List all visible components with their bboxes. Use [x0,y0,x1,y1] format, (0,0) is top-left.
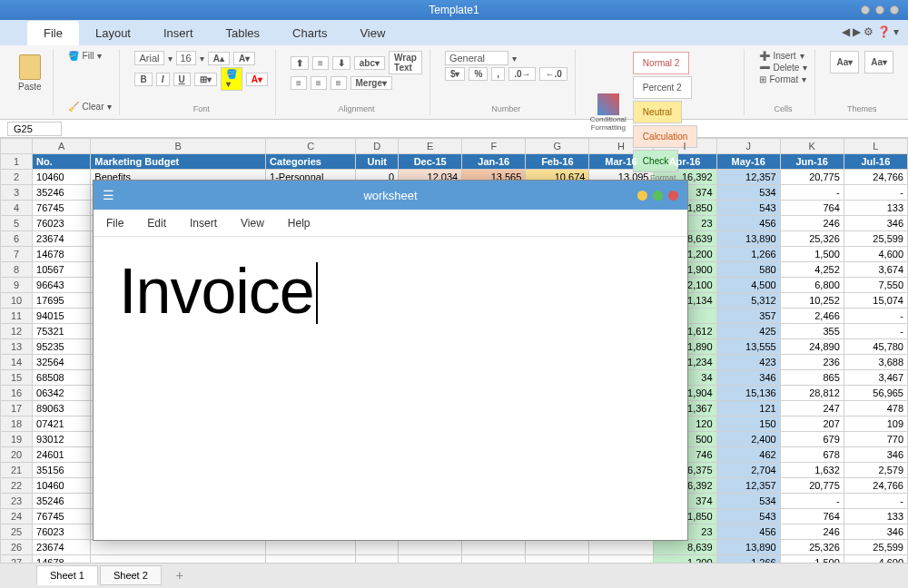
style-neutral[interactable]: Neutral [633,101,682,123]
dec-decimal-button[interactable]: ←.0 [539,67,567,81]
cell[interactable]: 25,599 [844,231,907,247]
cell[interactable]: 2,400 [716,432,780,447]
cell[interactable]: 96643 [33,278,91,293]
cell[interactable]: - [844,494,907,509]
cell[interactable] [266,555,356,564]
cell[interactable]: 25,599 [844,540,907,555]
ws-menu-view[interactable]: View [241,217,264,230]
cell[interactable]: 2,466 [780,309,844,324]
cell[interactable]: 95235 [33,339,91,355]
cell[interactable]: 580 [716,262,780,278]
wrap-text-button[interactable]: Wrap Text [389,51,422,74]
cell[interactable]: 35156 [33,463,91,478]
cell[interactable]: 4,500 [716,278,780,293]
cell[interactable]: 456 [716,216,780,231]
italic-button[interactable]: I [156,73,170,86]
cell[interactable]: 865 [780,370,844,386]
cell[interactable]: 12,357 [716,478,780,494]
cell[interactable]: 45,780 [844,339,907,355]
bold-button[interactable]: B [134,73,152,86]
cell[interactable]: 35246 [33,494,91,509]
cell[interactable] [589,540,653,555]
cell[interactable]: 534 [716,494,780,509]
cell[interactable]: - [780,494,844,509]
cell[interactable]: 543 [716,201,780,216]
cell[interactable]: 4,600 [844,247,907,262]
cell[interactable]: 2,579 [844,463,907,478]
align-right-button[interactable]: ≡ [331,76,347,90]
cell[interactable]: 24,766 [844,170,907,185]
menu-right-controls[interactable]: ◀ ▶ ⚙ ❓ ▾ [842,25,899,38]
cell[interactable]: 25,326 [780,540,844,555]
cell[interactable]: 14678 [33,247,91,262]
cell[interactable]: 236 [780,355,844,370]
cell[interactable]: 764 [780,201,844,216]
increase-font-button[interactable]: A▴ [208,52,230,65]
clear-button[interactable]: 🧹 Clear ▾ [68,102,113,112]
decrease-font-button[interactable]: A▾ [233,52,255,65]
cell[interactable]: 478 [844,401,907,416]
font-name-select[interactable]: Arial [134,51,163,65]
cell[interactable] [462,555,526,564]
style-percent2[interactable]: Percent 2 [633,76,692,99]
cell[interactable]: 24,766 [844,478,907,494]
cell[interactable]: 3,467 [844,370,907,386]
cell[interactable]: 35246 [33,185,91,201]
align-bottom-button[interactable]: ⬇ [332,56,350,70]
cell[interactable]: 2,704 [716,463,780,478]
cell[interactable]: 207 [780,416,844,432]
cell[interactable] [526,555,589,564]
ws-menu-insert[interactable]: Insert [190,217,217,230]
cell[interactable]: 76023 [33,216,91,231]
cell[interactable]: 10567 [33,262,91,278]
worksheet-titlebar[interactable]: ☰ worksheet [94,181,687,210]
add-sheet-button[interactable]: + [163,564,196,586]
hamburger-icon[interactable]: ☰ [103,188,114,202]
cell[interactable]: 17695 [33,293,91,309]
theme-colors-button[interactable]: Aa▾ [864,51,893,74]
currency-button[interactable]: $▾ [445,67,466,81]
cell[interactable]: 1,200 [653,555,716,564]
cell[interactable]: 5,312 [716,293,780,309]
cell[interactable]: 346 [844,447,907,463]
cell[interactable]: 121 [716,401,780,416]
cell[interactable]: 246 [780,524,844,540]
align-middle-button[interactable]: ≡ [312,56,329,70]
cell[interactable] [589,555,653,564]
paste-button[interactable]: Paste [15,51,45,95]
cell[interactable]: 1,266 [716,555,780,564]
cell[interactable]: 534 [716,185,780,201]
cell[interactable]: 20,775 [780,170,844,185]
cell[interactable]: 10460 [33,478,91,494]
cell[interactable]: 75321 [33,324,91,339]
style-normal2[interactable]: Normal 2 [633,52,690,74]
cell[interactable]: 3,688 [844,355,907,370]
cell[interactable]: 23674 [33,540,91,555]
minimize-icon[interactable] [637,191,647,201]
cell[interactable]: 346 [844,216,907,231]
cond-format-button[interactable]: Conditional Formatting [590,93,627,132]
cell[interactable] [399,540,462,555]
cell[interactable]: 20,775 [780,478,844,494]
cell[interactable]: 94015 [33,309,91,324]
cell[interactable]: 346 [844,524,907,540]
ws-menu-file[interactable]: File [106,217,123,230]
insert-cells-button[interactable]: ➕ Insert ▾ [759,51,808,61]
cell[interactable] [526,540,589,555]
style-calc[interactable]: Calculation [633,125,697,148]
cell[interactable]: 14678 [33,555,91,564]
cell[interactable]: 76745 [33,509,91,524]
cell[interactable] [91,540,266,555]
tab-insert[interactable]: Insert [147,21,210,45]
cell[interactable]: 133 [844,509,907,524]
tab-tables[interactable]: Tables [210,21,277,45]
cell[interactable]: 246 [780,216,844,231]
cell[interactable]: 357 [716,309,780,324]
cell[interactable]: 1,266 [716,247,780,262]
cell[interactable]: 10460 [33,170,91,185]
themes-button[interactable]: Aa▾ [830,51,859,74]
cell[interactable]: 678 [780,447,844,463]
cell[interactable]: 56,965 [844,386,907,401]
cell[interactable]: 8,639 [653,540,716,555]
cell[interactable] [399,555,462,564]
